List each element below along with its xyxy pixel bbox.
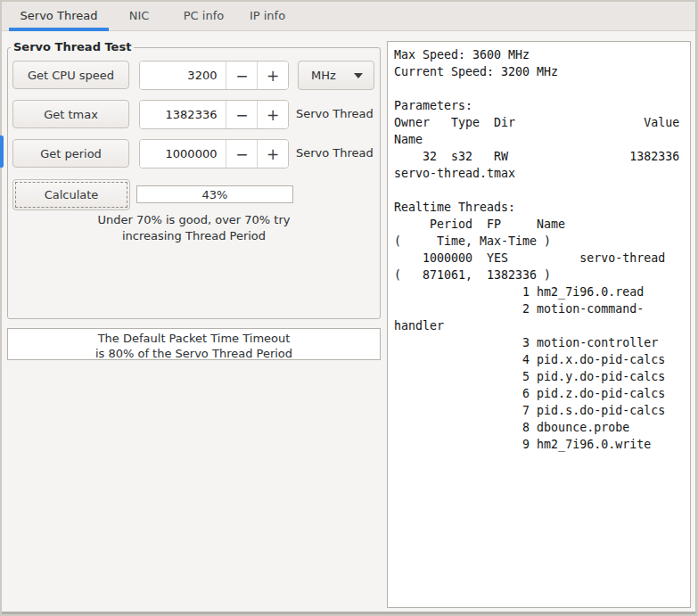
tab-label: NIC <box>129 9 150 22</box>
period-value[interactable]: 1000000 <box>140 140 226 168</box>
plus-icon: + <box>267 67 279 85</box>
servo-thread-test-frame: Servo Thread Test Get CPU speed 3200 − +… <box>7 47 381 319</box>
spin-down-button[interactable]: − <box>226 62 257 89</box>
get-cpu-speed-button[interactable]: Get CPU speed <box>12 61 129 89</box>
spin-down-button[interactable]: − <box>226 140 257 168</box>
spin-down-button[interactable]: − <box>226 101 257 128</box>
minus-icon: − <box>235 67 248 85</box>
scrollbar-indicator[interactable] <box>0 136 4 168</box>
load-percentage-bar: 43% <box>136 185 293 203</box>
spin-up-button[interactable]: + <box>258 140 288 168</box>
tmax-value[interactable]: 1382336 <box>140 101 226 128</box>
minus-icon: − <box>235 145 248 163</box>
hint-text: Under 70% is good, over 70% try increasi… <box>8 212 380 244</box>
plus-icon: + <box>267 106 279 124</box>
tab-label: IP info <box>250 9 285 22</box>
active-tab-indicator <box>9 28 109 31</box>
info-line: The Default Packet Time Timeout <box>8 331 380 346</box>
hint-line: increasing Thread Period <box>8 228 380 244</box>
calculate-button[interactable]: Calculate <box>12 179 130 210</box>
tab-bar: Servo Thread NIC PC info IP info <box>0 0 698 31</box>
tab-ip-info[interactable]: IP info <box>238 0 297 31</box>
period-spinbox: 1000000 − + <box>139 139 289 168</box>
spin-up-button[interactable]: + <box>258 101 288 128</box>
output-panel: Max Speed: 3600 MHz Current Speed: 3200 … <box>387 41 691 608</box>
plus-icon: + <box>267 145 279 163</box>
hint-line: Under 70% is good, over 70% try <box>8 212 380 228</box>
tab-pc-info[interactable]: PC info <box>169 0 238 31</box>
tab-nic[interactable]: NIC <box>109 0 169 31</box>
get-period-button[interactable]: Get period <box>12 139 129 168</box>
app-window: Servo Thread NIC PC info IP info Servo T… <box>0 0 698 616</box>
cpu-speed-spinbox: 3200 − + <box>139 61 289 90</box>
unit-combobox[interactable]: MHz <box>298 61 374 90</box>
spin-up-button[interactable]: + <box>258 62 288 89</box>
tab-label: PC info <box>184 9 224 22</box>
tmax-thread-label: Servo Thread <box>296 100 374 128</box>
output-textview: Max Speed: 3600 MHz Current Speed: 3200 … <box>394 46 679 453</box>
unit-combobox-value: MHz <box>311 69 336 82</box>
chevron-down-icon <box>354 73 363 78</box>
get-tmax-button[interactable]: Get tmax <box>12 100 129 128</box>
tab-servo-thread[interactable]: Servo Thread <box>9 0 109 31</box>
cpu-speed-value[interactable]: 3200 <box>140 62 226 89</box>
tab-label: Servo Thread <box>21 9 98 22</box>
tmax-spinbox: 1382336 − + <box>139 100 289 129</box>
minus-icon: − <box>235 106 248 124</box>
period-thread-label: Servo Thread <box>296 139 374 168</box>
frame-title: Servo Thread Test <box>11 40 134 53</box>
packet-timeout-info-box: The Default Packet Time Timeout is 80% o… <box>7 328 381 360</box>
info-line: is 80% of the Servo Thread Period <box>8 346 380 361</box>
